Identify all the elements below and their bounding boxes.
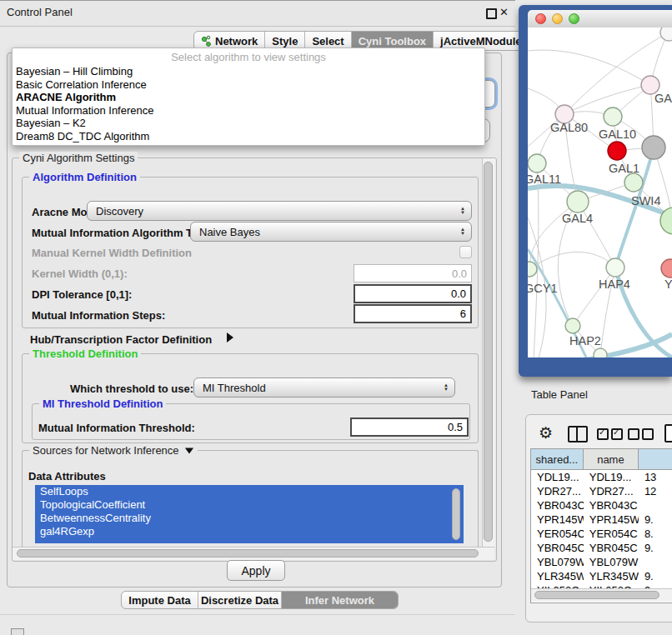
- apply-button[interactable]: Apply: [227, 560, 285, 581]
- sources-group-title[interactable]: Sources for Network Inference: [29, 444, 198, 457]
- column-header-extra[interactable]: [639, 449, 672, 469]
- mi-threshold-field[interactable]: 0.5: [350, 418, 469, 437]
- column-header-name[interactable]: name: [584, 449, 639, 469]
- network-node[interactable]: [594, 348, 607, 358]
- algorithm-option[interactable]: Basic Correlation Inference: [13, 78, 484, 92]
- close-panel-icon[interactable]: ✕: [499, 6, 509, 18]
- mi-threshold-group-title: MI Threshold Definition: [39, 398, 166, 410]
- settings-vscrollbar-thumb[interactable]: [484, 162, 493, 542]
- tab-infer-network[interactable]: Infer Network: [282, 592, 398, 608]
- attribute-item[interactable]: gal4RGexp: [35, 525, 464, 538]
- node-label: GAL4: [562, 212, 593, 225]
- attribute-item[interactable]: TopologicalCoefficient: [35, 498, 464, 512]
- algorithm-option[interactable]: Bayesian – K2: [13, 117, 484, 130]
- network-node[interactable]: [624, 173, 643, 192]
- deselect-all-icon[interactable]: [628, 428, 656, 443]
- select-all-icon[interactable]: [597, 428, 625, 443]
- table-body: YDL19...YDL19...13YDR27...YDR27...12YBR0…: [531, 470, 672, 598]
- attributes-list-scrollbar[interactable]: [452, 488, 460, 540]
- table-cell[interactable]: 9.: [639, 542, 672, 554]
- table-row[interactable]: YER054CYER054C8.: [531, 527, 672, 541]
- network-node[interactable]: [567, 191, 589, 212]
- network-node[interactable]: [528, 154, 546, 172]
- table-row[interactable]: YPR145WYPR145W9.: [531, 512, 672, 527]
- threshold-group-title: Threshold Definition: [29, 348, 141, 360]
- table-row[interactable]: YBR043CYBR043C: [531, 498, 672, 512]
- network-node[interactable]: [642, 136, 665, 159]
- algorithm-option[interactable]: Dream8 DC_TDC Algorithm: [13, 130, 484, 143]
- algorithm-option[interactable]: Bayesian – Hill Climbing: [13, 65, 484, 78]
- table-cell[interactable]: YER054C: [584, 528, 639, 540]
- mi-steps-field[interactable]: 6: [354, 304, 472, 323]
- split-columns-icon[interactable]: [568, 426, 588, 442]
- stepper-arrows-icon: ▲▼: [460, 207, 465, 215]
- attribute-item[interactable]: BetweennessCentrality: [35, 512, 464, 525]
- hub-section-toggle[interactable]: Hub/Transcription Factor Definition: [30, 333, 212, 346]
- table-cell[interactable]: YBL079W: [531, 556, 584, 568]
- which-threshold-select[interactable]: MI Threshold ▲▼: [193, 378, 455, 398]
- network-canvas[interactable]: GALGAL80GAL10GAL1GAL11SWI4GAL4HAP4GCY1YH…: [528, 28, 672, 358]
- node-label: GAL1: [609, 162, 639, 175]
- aracne-mode-select[interactable]: Discovery ▲▼: [87, 201, 472, 221]
- table-cell[interactable]: YLR345W: [584, 570, 639, 582]
- table-cell[interactable]: 8.: [639, 528, 672, 540]
- settings-hscrollbar-thumb[interactable]: [17, 549, 479, 558]
- minimize-light-icon[interactable]: [552, 13, 563, 24]
- table-cell[interactable]: YPR145W: [584, 513, 639, 526]
- zoom-light-icon[interactable]: [569, 13, 579, 24]
- table-row[interactable]: YDL19...YDL19...13: [531, 470, 672, 484]
- tab-impute-data[interactable]: Impute Data: [122, 592, 198, 608]
- network-node[interactable]: [661, 259, 672, 278]
- table-cell[interactable]: YLR345W: [531, 570, 584, 582]
- mi-type-select[interactable]: Naive Bayes ▲▼: [190, 222, 472, 242]
- algorithm-option[interactable]: ARACNE Algorithm: [13, 91, 484, 104]
- table-cell[interactable]: YER054C: [531, 528, 584, 540]
- panel-grip[interactable]: [11, 628, 24, 635]
- table-cell[interactable]: 9.: [639, 513, 672, 526]
- kernel-width-field[interactable]: 0.0: [354, 264, 472, 282]
- table-cell[interactable]: YDL19...: [531, 471, 584, 483]
- table-cell[interactable]: YBR043C: [531, 499, 584, 512]
- table-row[interactable]: YBR045CYBR045C9.: [531, 541, 672, 555]
- network-node[interactable]: [528, 262, 537, 277]
- table-cell[interactable]: YBL079W: [584, 556, 639, 568]
- attribute-item[interactable]: SelfLoops: [35, 485, 464, 498]
- algorithm-option[interactable]: Mutual Information Inference: [13, 104, 484, 118]
- dpi-tolerance-field[interactable]: 0.0: [354, 284, 472, 303]
- float-panel-icon[interactable]: [486, 8, 497, 19]
- table-row[interactable]: YDR27...YDR27...12: [531, 484, 672, 498]
- network-icon: [201, 35, 211, 47]
- new-table-icon[interactable]: [664, 424, 672, 442]
- collapse-arrow-icon[interactable]: [184, 448, 193, 453]
- manual-kernel-checkbox[interactable]: [459, 246, 472, 258]
- table-cell[interactable]: YBR045C: [531, 542, 584, 554]
- network-node[interactable]: [608, 142, 626, 160]
- network-window-titlebar[interactable]: [528, 10, 672, 28]
- table-cell[interactable]: 9.: [639, 570, 672, 582]
- table-cell[interactable]: YDR27...: [531, 485, 584, 498]
- network-node[interactable]: [660, 28, 672, 41]
- network-node[interactable]: [565, 318, 580, 333]
- table-row[interactable]: YLR345WYLR345W9.: [531, 569, 672, 583]
- algorithm-options: Bayesian – Hill ClimbingBasic Correlatio…: [13, 65, 484, 142]
- tab-discretize-data[interactable]: Discretize Data: [198, 592, 282, 608]
- node-label: GAL: [654, 92, 672, 105]
- table-cell[interactable]: YBR045C: [584, 542, 639, 554]
- table-cell[interactable]: YDL19...: [584, 471, 639, 483]
- table-hscrollbar-thumb[interactable]: [534, 591, 659, 599]
- table-cell[interactable]: YBR043C: [584, 499, 639, 512]
- table-cell[interactable]: 12: [639, 485, 672, 498]
- expand-arrow-icon[interactable]: [227, 332, 233, 342]
- node-table[interactable]: shared...name YDL19...YDL19...13YDR27...…: [530, 448, 672, 603]
- gear-icon[interactable]: ⚙: [539, 423, 553, 442]
- table-cell[interactable]: YPR145W: [531, 513, 584, 526]
- table-row[interactable]: YBL079WYBL079W: [531, 555, 672, 569]
- tab-label: Infer Network: [305, 594, 374, 607]
- column-header-shared...[interactable]: shared...: [531, 449, 584, 469]
- network-node[interactable]: [606, 258, 624, 277]
- node-label: HAP4: [599, 278, 630, 291]
- close-light-icon[interactable]: [535, 13, 546, 24]
- table-cell[interactable]: 13: [639, 471, 672, 483]
- network-node[interactable]: [604, 108, 622, 126]
- table-cell[interactable]: YDR27...: [584, 485, 639, 498]
